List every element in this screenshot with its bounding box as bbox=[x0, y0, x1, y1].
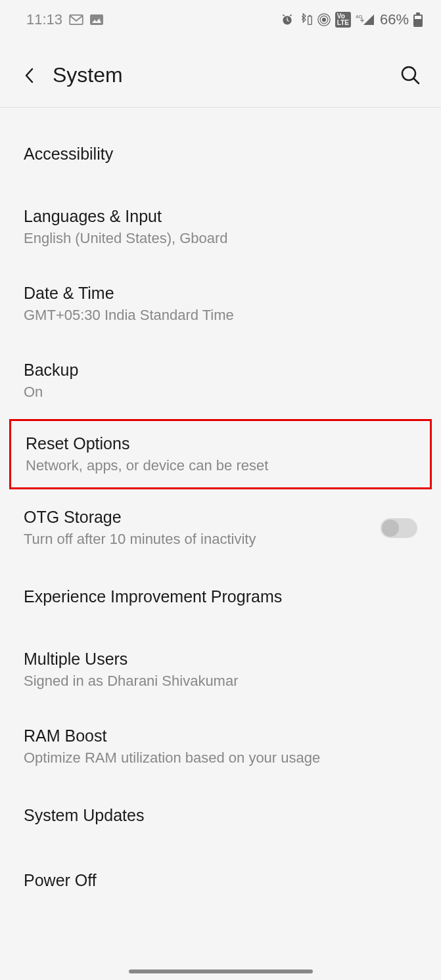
status-left: 11:13 bbox=[26, 11, 103, 28]
setting-subtitle: Signed in as Dharani Shivakumar bbox=[24, 673, 417, 690]
setting-title: Experience Improvement Programs bbox=[24, 587, 417, 606]
toggle-knob bbox=[382, 520, 399, 537]
setting-title: Accessibility bbox=[24, 145, 417, 164]
setting-title: Power Off bbox=[24, 871, 417, 890]
status-bar: 11:13 VoLTE 4G 66% bbox=[0, 0, 441, 37]
setting-ram-boost[interactable]: RAM Boost Optimize RAM utilization based… bbox=[0, 708, 441, 785]
setting-multiple-users[interactable]: Multiple Users Signed in as Dharani Shiv… bbox=[0, 631, 441, 708]
nav-indicator[interactable] bbox=[129, 969, 313, 973]
svg-rect-0 bbox=[70, 15, 83, 24]
hotspot-icon bbox=[317, 13, 331, 26]
page-header: System bbox=[0, 37, 441, 108]
svg-text:4G: 4G bbox=[356, 14, 363, 20]
svg-point-12 bbox=[402, 67, 415, 80]
setting-title: Reset Options bbox=[26, 434, 415, 453]
setting-subtitle: Network, apps, or device can be reset bbox=[26, 457, 415, 474]
setting-title: Multiple Users bbox=[24, 650, 417, 669]
gmail-icon bbox=[69, 14, 83, 25]
battery-icon bbox=[413, 12, 423, 27]
setting-subtitle: On bbox=[24, 384, 417, 401]
settings-list: Accessibility Languages & Input English … bbox=[0, 108, 441, 915]
setting-subtitle: GMT+05:30 India Standard Time bbox=[24, 307, 417, 324]
battery-percent: 66% bbox=[380, 11, 409, 28]
svg-rect-1 bbox=[90, 14, 103, 25]
photos-icon bbox=[90, 14, 103, 25]
signal-icon: 4G bbox=[356, 13, 375, 26]
setting-languages[interactable]: Languages & Input English (United States… bbox=[0, 189, 441, 265]
setting-otg-storage[interactable]: OTG Storage Turn off after 10 minutes of… bbox=[0, 489, 441, 566]
setting-title: Date & Time bbox=[24, 284, 417, 303]
otg-toggle[interactable] bbox=[381, 518, 417, 538]
bluetooth-battery-icon bbox=[298, 13, 313, 26]
search-button[interactable] bbox=[400, 65, 421, 86]
setting-experience-programs[interactable]: Experience Improvement Programs bbox=[0, 566, 441, 631]
setting-backup[interactable]: Backup On bbox=[0, 342, 441, 419]
svg-point-5 bbox=[322, 18, 325, 22]
page-title: System bbox=[53, 63, 400, 87]
alarm-icon bbox=[281, 13, 294, 26]
setting-reset-options[interactable]: Reset Options Network, apps, or device c… bbox=[9, 419, 432, 489]
svg-rect-3 bbox=[308, 16, 312, 25]
svg-rect-11 bbox=[415, 16, 421, 19]
setting-system-updates[interactable]: System Updates bbox=[0, 785, 441, 850]
setting-accessibility[interactable]: Accessibility bbox=[0, 108, 441, 189]
svg-rect-4 bbox=[309, 15, 310, 16]
setting-title: Languages & Input bbox=[24, 207, 417, 226]
status-time: 11:13 bbox=[26, 11, 62, 28]
status-right: VoLTE 4G 66% bbox=[281, 11, 423, 28]
setting-subtitle: English (United States), Gboard bbox=[24, 230, 417, 247]
setting-power-off[interactable]: Power Off bbox=[0, 850, 441, 915]
setting-title: Backup bbox=[24, 361, 417, 380]
setting-title: System Updates bbox=[24, 806, 417, 825]
setting-subtitle: Optimize RAM utilization based on your u… bbox=[24, 749, 417, 767]
setting-title: RAM Boost bbox=[24, 726, 417, 746]
svg-rect-10 bbox=[416, 12, 420, 14]
setting-datetime[interactable]: Date & Time GMT+05:30 India Standard Tim… bbox=[0, 265, 441, 342]
setting-subtitle: Turn off after 10 minutes of inactivity bbox=[24, 531, 367, 548]
setting-title: OTG Storage bbox=[24, 508, 367, 527]
volte-icon: VoLTE bbox=[335, 12, 351, 28]
back-button[interactable] bbox=[20, 66, 38, 85]
